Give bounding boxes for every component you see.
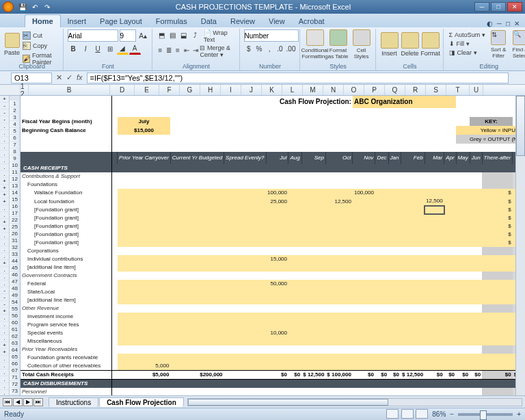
orientation-icon[interactable]: ⤴ (190, 29, 200, 41)
ribbon-x-icon[interactable]: ✕ (514, 20, 520, 27)
italic-icon[interactable]: I (80, 43, 92, 55)
sort-filter-button[interactable]: ⇅Sort & Filter (488, 29, 509, 60)
fill-button[interactable]: ⬇ Fill ▾ (448, 40, 487, 48)
table-row[interactable]: Government Contracts (21, 272, 525, 280)
tab-data[interactable]: Data (194, 15, 224, 27)
col-J[interactable]: J (241, 85, 262, 95)
paste-button[interactable]: Paste (4, 29, 20, 60)
copy-button[interactable]: ⎘Copy (21, 41, 60, 51)
outline-controls[interactable]: +---........++++..++....+...---+....++..… (0, 96, 10, 395)
table-row[interactable]: Investment income (21, 313, 525, 321)
cells-area[interactable]: Cash Flow Projection:ABC Organization Fi… (21, 96, 525, 395)
currency-icon[interactable]: $ (244, 43, 254, 55)
view-normal-icon[interactable] (386, 409, 399, 419)
bold-icon[interactable]: B (68, 43, 79, 55)
find-select-button[interactable]: 🔍Find & Select (510, 29, 525, 60)
table-row[interactable]: Individual contributions15,000 (21, 255, 525, 263)
save-icon[interactable]: 💾 (18, 2, 27, 12)
table-row[interactable]: Foundation grants receivable (21, 354, 525, 362)
zoom-slider[interactable] (458, 413, 513, 416)
increase-decimal-icon[interactable]: .0 (275, 43, 284, 55)
tab-insert[interactable]: Insert (61, 15, 94, 27)
hscroll-thumb[interactable] (188, 399, 388, 406)
table-row[interactable]: Contributions & Support (21, 172, 525, 181)
table-row[interactable]: Corporations (21, 247, 525, 255)
cut-button[interactable]: ✂Cut (21, 31, 60, 40)
zoom-out-icon[interactable]: − (450, 410, 454, 418)
table-row[interactable]: Other Revenue (21, 304, 525, 313)
view-page-break-icon[interactable] (416, 409, 428, 419)
align-bottom-icon[interactable]: ⬓ (178, 29, 189, 41)
table-row[interactable]: Prior Year Receivables (21, 345, 525, 354)
table-row[interactable]: [Foundation grant]$ (21, 206, 525, 214)
enter-formula-icon[interactable]: ✓ (66, 73, 72, 82)
sheet-tab-instructions[interactable]: Instructions (49, 397, 98, 407)
col-K[interactable]: K (262, 85, 282, 95)
cancel-formula-icon[interactable]: ✕ (56, 73, 62, 82)
table-row[interactable]: [Foundation grant]$ (21, 231, 525, 239)
col-N[interactable]: N (323, 85, 344, 95)
zoom-in-icon[interactable]: + (517, 410, 521, 418)
table-row[interactable]: [Foundation grant]$ (21, 222, 525, 231)
table-row[interactable]: Wallace Foundation100,000100,000$100,000 (21, 189, 525, 197)
row-headers[interactable]: 1234567891011121314151617222526313233444… (10, 96, 21, 395)
grid-viewport[interactable]: +---........++++..++....+...---+....++..… (0, 96, 525, 395)
font-name-select[interactable] (68, 29, 118, 42)
col-E[interactable]: E (135, 85, 159, 95)
fill-color-icon[interactable]: ◢ (117, 43, 129, 55)
wrap-text-button[interactable]: 📄 Wrap Text (204, 29, 237, 43)
col-I[interactable]: I (221, 85, 241, 95)
close-button[interactable]: ✕ (507, 2, 522, 12)
align-middle-icon[interactable]: ▤ (167, 29, 178, 41)
col-B[interactable]: B (29, 85, 110, 95)
cell-styles-button[interactable]: Cell Styles (351, 29, 373, 60)
align-top-icon[interactable]: ⬒ (157, 29, 167, 41)
format-cells-button[interactable]: Format (421, 29, 440, 60)
col-G[interactable]: G (180, 85, 200, 95)
comma-icon[interactable]: , (265, 43, 274, 55)
col-R[interactable]: R (405, 85, 426, 95)
table-row[interactable]: [additional line item] (21, 263, 525, 272)
scrollbar-thumb[interactable] (516, 96, 525, 156)
tab-formulas[interactable]: Formulas (149, 15, 194, 27)
view-page-layout-icon[interactable] (401, 409, 414, 419)
redo-icon[interactable]: ↷ (42, 2, 52, 12)
increase-font-icon[interactable]: A▴ (137, 30, 149, 42)
undo-icon[interactable]: ↶ (30, 2, 40, 12)
conditional-formatting-button[interactable]: Conditional Formatting (304, 29, 326, 60)
tab-view[interactable]: View (262, 15, 292, 27)
fx-icon[interactable]: fx (77, 73, 83, 82)
tab-acrobat[interactable]: Acrobat (292, 15, 332, 27)
table-row[interactable]: [additional line item] (21, 296, 525, 304)
decrease-decimal-icon[interactable]: .00 (286, 43, 297, 55)
sheet-nav-last-icon[interactable]: ⏭ (33, 398, 43, 406)
table-row[interactable]: Federal50,000 (21, 280, 525, 288)
col-U[interactable]: U (470, 85, 483, 95)
outline-expand-icon[interactable]: + (0, 96, 9, 103)
autosum-button[interactable]: Σ AutoSum ▾ (448, 31, 487, 39)
align-left-icon[interactable]: ≡ (157, 44, 165, 56)
merge-center-button[interactable]: ⊟ Merge & Center ▾ (200, 44, 236, 58)
column-headers[interactable]: 1 2 B D E F G H I J K L M N O P Q R S T … (0, 85, 525, 96)
name-box[interactable] (11, 73, 52, 83)
clear-button[interactable]: ◨ Clear ▾ (448, 49, 487, 57)
col-P[interactable]: P (364, 85, 385, 95)
col-F[interactable]: F (159, 85, 180, 95)
tab-home[interactable]: Home (25, 14, 61, 27)
delete-cells-button[interactable]: Delete (401, 29, 420, 60)
font-size-select[interactable] (120, 29, 136, 42)
org-name-cell[interactable]: ABC Organization (353, 96, 456, 108)
horizontal-scrollbar[interactable] (187, 398, 522, 406)
indent-increase-icon[interactable]: ⇥ (191, 44, 200, 56)
beginning-cash-input[interactable]: $15,000 (118, 126, 171, 135)
table-row[interactable]: Special events10,000 (21, 329, 525, 337)
fiscal-year-input[interactable]: July (118, 117, 171, 126)
zoom-level[interactable]: 86% (432, 410, 446, 418)
col-Q[interactable]: Q (385, 85, 405, 95)
table-row[interactable]: State/Local (21, 288, 525, 296)
table-row[interactable]: Program service fees (21, 321, 525, 329)
table-row[interactable]: Foundations (21, 181, 525, 189)
tab-review[interactable]: Review (224, 15, 262, 27)
col-S[interactable]: S (426, 85, 446, 95)
col-M[interactable]: M (303, 85, 323, 95)
